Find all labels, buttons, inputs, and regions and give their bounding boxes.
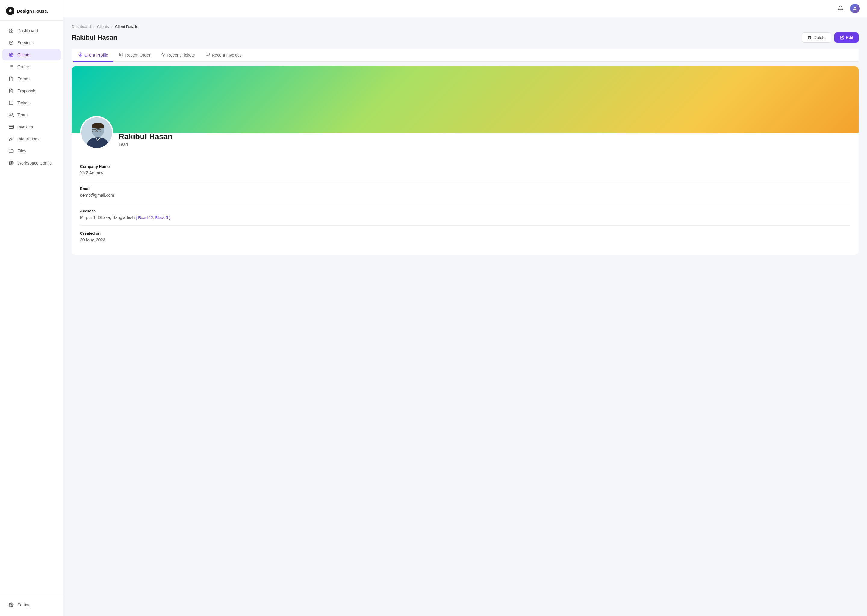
detail-row-1: Emaildemo@gmail.com — [80, 181, 850, 203]
svg-rect-3 — [11, 31, 13, 33]
detail-label-2: Address — [80, 209, 850, 213]
forms-icon — [8, 76, 14, 82]
svg-point-22 — [11, 604, 12, 605]
sidebar-item-team-label: Team — [17, 113, 28, 117]
detail-value-0: XYZ Agency — [80, 171, 850, 175]
sidebar-item-files[interactable]: Files — [2, 145, 60, 157]
tab-recent-tickets-label: Recent Tickets — [167, 53, 195, 57]
tickets-icon — [8, 100, 14, 105]
sidebar-item-invoices[interactable]: Invoices — [2, 121, 60, 133]
files-icon — [8, 148, 14, 154]
avatar-image — [81, 117, 113, 149]
delete-button[interactable]: Delete — [802, 33, 831, 43]
svg-rect-26 — [120, 53, 123, 56]
tab-recent-order-label: Recent Order — [125, 53, 150, 57]
clients-icon — [8, 52, 14, 57]
breadcrumb-sep-1: › — [93, 24, 95, 29]
sidebar-item-team[interactable]: Team — [2, 109, 60, 121]
logo-text: Design House. — [17, 8, 48, 14]
edit-button[interactable]: Edit — [834, 33, 859, 43]
sidebar-item-forms[interactable]: Forms — [2, 73, 60, 85]
breadcrumb-current: Client Details — [115, 24, 138, 29]
sidebar-item-proposals-label: Proposals — [17, 88, 36, 93]
profile-details: Company NameXYZ AgencyEmaildemo@gmail.co… — [72, 156, 859, 255]
page-header: Rakibul Hasan Delete Edit — [72, 33, 859, 43]
svg-point-25 — [80, 53, 81, 55]
sidebar-item-dashboard[interactable]: Dashboard — [2, 25, 60, 36]
breadcrumb-sep-2: › — [111, 24, 113, 29]
sidebar-logo[interactable]: Design House. — [0, 0, 63, 21]
sidebar-item-workspace-config-label: Workspace Config — [17, 160, 52, 165]
topbar — [63, 0, 867, 17]
sidebar-item-orders-label: Orders — [17, 64, 30, 69]
detail-value-3: 20 May, 2023 — [80, 237, 850, 242]
orders-icon — [8, 64, 14, 69]
detail-value-extra-2: ( Road 12, Block 5 ) — [136, 215, 170, 220]
header-actions: Delete Edit — [802, 33, 859, 43]
edit-icon — [840, 36, 844, 40]
sidebar-item-setting[interactable]: Setting — [2, 599, 60, 611]
tabs-bar: Client Profile Recent Order Recent Ticke… — [72, 49, 859, 62]
sidebar-bottom: Setting — [0, 595, 63, 616]
profile-role: Lead — [118, 142, 172, 147]
sidebar-item-dashboard-label: Dashboard — [17, 28, 38, 33]
tab-order-icon — [119, 52, 123, 57]
sidebar: Design House. DashboardServicesClientsOr… — [0, 0, 63, 616]
breadcrumb: Dashboard › Clients › Client Details — [72, 24, 859, 29]
detail-label-3: Created on — [80, 231, 850, 236]
tab-recent-order[interactable]: Recent Order — [113, 49, 156, 62]
detail-row-0: Company NameXYZ Agency — [80, 159, 850, 181]
detail-row-3: Created on20 May, 2023 — [80, 226, 850, 248]
tab-recent-invoices-label: Recent Invoices — [212, 53, 242, 57]
proposals-icon — [8, 88, 14, 94]
svg-point-18 — [9, 113, 11, 115]
dashboard-icon — [8, 28, 14, 33]
profile-name-section: Rakibul Hasan Lead — [118, 132, 172, 149]
tab-profile-icon — [78, 52, 82, 57]
sidebar-item-integrations[interactable]: Integrations — [2, 133, 60, 145]
breadcrumb-clients[interactable]: Clients — [97, 24, 109, 29]
detail-label-1: Email — [80, 187, 850, 191]
profile-name: Rakibul Hasan — [118, 132, 172, 141]
svg-rect-38 — [92, 125, 104, 129]
sidebar-item-tickets[interactable]: Tickets — [2, 97, 60, 108]
sidebar-item-tickets-label: Tickets — [17, 101, 31, 105]
delete-icon — [807, 36, 812, 40]
svg-point-23 — [854, 6, 856, 8]
tab-tickets-icon — [161, 52, 165, 57]
tab-invoices-icon — [206, 52, 210, 57]
invoices-icon — [8, 124, 14, 130]
sidebar-item-workspace-config[interactable]: Workspace Config — [2, 157, 60, 169]
detail-value-2: Mirpur 1, Dhaka, Bangladesh ( Road 12, B… — [80, 215, 850, 220]
svg-rect-0 — [9, 29, 11, 30]
breadcrumb-dashboard[interactable]: Dashboard — [72, 24, 91, 29]
tab-client-profile[interactable]: Client Profile — [73, 49, 113, 62]
sidebar-item-clients[interactable]: Clients — [2, 49, 60, 60]
team-icon — [8, 112, 14, 118]
svg-point-21 — [11, 162, 12, 163]
detail-label-0: Company Name — [80, 164, 850, 169]
sidebar-item-files-label: Files — [17, 149, 27, 153]
integrations-icon — [8, 136, 14, 141]
sidebar-item-orders[interactable]: Orders — [2, 61, 60, 72]
sidebar-item-forms-label: Forms — [17, 76, 30, 81]
notification-icon[interactable] — [836, 4, 845, 13]
user-avatar[interactable] — [850, 4, 860, 13]
sidebar-item-invoices-label: Invoices — [17, 124, 33, 129]
content-area: Dashboard › Clients › Client Details Rak… — [63, 17, 867, 616]
detail-row-2: AddressMirpur 1, Dhaka, Bangladesh ( Roa… — [80, 203, 850, 226]
svg-rect-1 — [11, 29, 13, 30]
profile-avatar — [80, 116, 113, 149]
workspace-config-icon — [8, 160, 14, 166]
tab-client-profile-label: Client Profile — [84, 53, 108, 57]
svg-rect-40 — [90, 138, 106, 149]
tab-recent-tickets[interactable]: Recent Tickets — [156, 49, 200, 62]
sidebar-item-integrations-label: Integrations — [17, 137, 39, 141]
tab-recent-invoices[interactable]: Recent Invoices — [200, 49, 247, 62]
sidebar-item-proposals[interactable]: Proposals — [2, 85, 60, 97]
sidebar-nav: DashboardServicesClientsOrdersFormsPropo… — [0, 21, 63, 595]
sidebar-item-services[interactable]: Services — [2, 37, 60, 49]
profile-card: Rakibul Hasan Lead Company NameXYZ Agenc… — [72, 66, 859, 255]
svg-rect-29 — [206, 53, 210, 55]
svg-rect-2 — [9, 31, 11, 33]
